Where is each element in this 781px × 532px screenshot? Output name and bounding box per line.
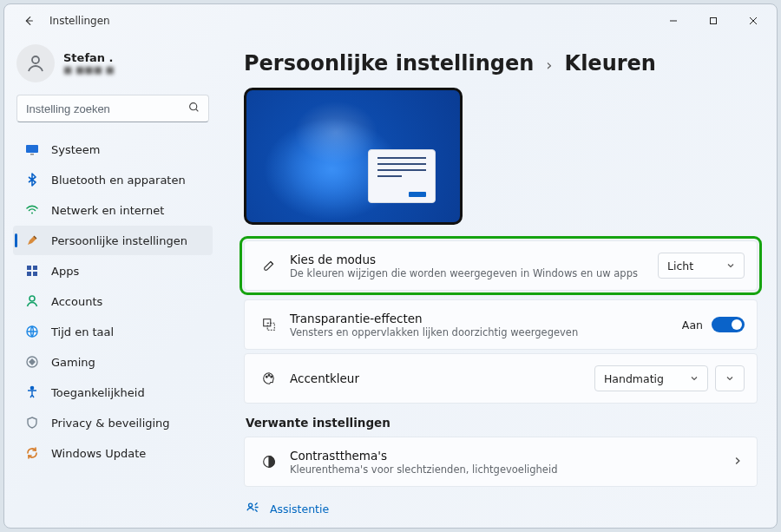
- svg-rect-8: [27, 272, 31, 276]
- page-title: Kleuren: [565, 51, 656, 76]
- chevron-right-icon: ›: [546, 56, 552, 74]
- svg-rect-7: [33, 266, 37, 270]
- help-icon: [246, 501, 259, 516]
- profile-email: ■ ■■■ ■: [63, 64, 115, 76]
- footer-links: Assistentie Feedback geven: [244, 501, 758, 528]
- sidebar-item-label: Accounts: [51, 295, 102, 308]
- search-icon: [188, 102, 200, 115]
- sidebar-item-label: Tijd en taal: [51, 325, 114, 338]
- sidebar-item-bluetooth[interactable]: Bluetooth en apparaten: [13, 165, 213, 194]
- minimize-button[interactable]: [653, 7, 693, 35]
- help-link[interactable]: Assistentie: [246, 501, 758, 516]
- breadcrumb-parent[interactable]: Persoonlijke instellingen: [244, 51, 534, 76]
- accent-color-card[interactable]: Accentkleur Handmatig: [244, 353, 758, 404]
- sidebar-item-label: Privacy & beveiliging: [51, 417, 170, 430]
- contrast-themes-card[interactable]: Contrastthema's Kleurenthema's voor slec…: [244, 437, 758, 487]
- accessibility-icon: [25, 385, 39, 399]
- profile-name: Stefan .: [63, 51, 115, 64]
- window-controls: [653, 7, 773, 35]
- nav-list: Systeem Bluetooth en apparaten Netwerk e…: [13, 135, 213, 468]
- profile-block[interactable]: Stefan . ■ ■■■ ■: [13, 43, 213, 95]
- sidebar-item-network[interactable]: Netwerk en internet: [13, 195, 213, 225]
- svg-rect-4: [30, 154, 34, 155]
- svg-point-13: [30, 386, 33, 389]
- sidebar-item-windows-update[interactable]: Windows Update: [13, 438, 213, 468]
- desktop-preview: [244, 88, 463, 225]
- svg-point-20: [249, 503, 253, 507]
- sidebar-item-label: Windows Update: [51, 447, 146, 460]
- feedback-link[interactable]: Feedback geven: [246, 527, 758, 528]
- window-title: Instellingen: [49, 15, 110, 27]
- sidebar-item-privacy[interactable]: Privacy & beveiliging: [13, 408, 213, 437]
- sidebar-item-time-language[interactable]: Tijd en taal: [13, 317, 213, 346]
- sidebar-item-accessibility[interactable]: Toegankelijkheid: [13, 378, 213, 407]
- sidebar-item-label: Systeem: [51, 143, 100, 156]
- svg-point-5: [31, 213, 33, 214]
- dropdown-value: Licht: [667, 259, 693, 273]
- globe-icon: [25, 325, 39, 338]
- window-preview: [368, 149, 436, 203]
- card-subtitle: Vensters en oppervlakken lijken doorzich…: [290, 326, 682, 338]
- transparency-toggle[interactable]: [712, 317, 745, 332]
- card-title: Accentkleur: [290, 371, 594, 385]
- sidebar-item-label: Toegankelijkheid: [51, 386, 145, 399]
- sidebar-item-label: Apps: [51, 265, 79, 278]
- sidebar-item-gaming[interactable]: Gaming: [13, 347, 213, 377]
- contrast-icon: [257, 454, 281, 470]
- sidebar-item-label: Netwerk en internet: [51, 204, 164, 217]
- card-title: Kies de modus: [290, 253, 658, 266]
- breadcrumb: Persoonlijke instellingen › Kleuren: [244, 51, 758, 76]
- sidebar-item-personalization[interactable]: Persoonlijke instellingen: [13, 226, 213, 255]
- update-icon: [25, 446, 39, 460]
- accent-dropdown[interactable]: Handmatig: [594, 365, 708, 391]
- svg-point-16: [266, 376, 267, 378]
- titlebar: Instellingen: [4, 4, 777, 37]
- gaming-icon: [25, 355, 39, 369]
- svg-point-10: [30, 296, 35, 301]
- sidebar: Stefan . ■ ■■■ ■ Systeem Bluetooth en ap…: [4, 37, 218, 528]
- svg-point-18: [271, 376, 272, 378]
- back-button[interactable]: [13, 5, 44, 36]
- paintbrush-icon: [25, 233, 39, 247]
- system-icon: [25, 142, 39, 156]
- dropdown-value: Handmatig: [604, 372, 664, 385]
- link-label: Assistentie: [270, 502, 329, 516]
- card-subtitle: Kleurenthema's voor slechtzienden, licht…: [290, 463, 732, 476]
- search-input[interactable]: [26, 102, 188, 115]
- svg-point-1: [32, 56, 39, 63]
- brush-icon: [257, 258, 281, 273]
- settings-window: Instellingen Stefan . ■ ■■■ ■: [3, 3, 778, 529]
- card-title: Contrastthema's: [290, 449, 732, 463]
- related-settings-heading: Verwante instellingen: [246, 416, 758, 430]
- account-icon: [25, 294, 39, 308]
- sidebar-item-label: Gaming: [51, 356, 95, 369]
- transparency-card[interactable]: Transparantie-effecten Vensters en opper…: [244, 299, 758, 350]
- svg-rect-0: [711, 18, 717, 24]
- svg-rect-9: [33, 272, 37, 276]
- choose-mode-card[interactable]: Kies de modus De kleuren wijzigen die wo…: [244, 240, 758, 291]
- svg-rect-3: [26, 145, 38, 153]
- feedback-icon: [246, 527, 259, 528]
- bluetooth-icon: [25, 173, 39, 187]
- chevron-down-icon: [726, 259, 735, 273]
- expand-accent-button[interactable]: [715, 365, 745, 391]
- card-title: Transparantie-effecten: [290, 312, 682, 325]
- svg-rect-6: [27, 266, 31, 270]
- toggle-state-label: Aan: [682, 319, 703, 332]
- shield-icon: [25, 416, 39, 430]
- avatar: [16, 44, 55, 82]
- palette-icon: [257, 371, 281, 386]
- sidebar-item-accounts[interactable]: Accounts: [13, 286, 213, 316]
- sidebar-item-system[interactable]: Systeem: [13, 135, 213, 164]
- sidebar-item-label: Bluetooth en apparaten: [51, 174, 186, 187]
- chevron-down-icon: [690, 372, 699, 385]
- chevron-right-icon: [732, 456, 745, 469]
- content-area: Persoonlijke instellingen › Kleuren Kies…: [218, 37, 777, 528]
- maximize-button[interactable]: [693, 7, 733, 35]
- wifi-icon: [25, 203, 39, 217]
- mode-dropdown[interactable]: Licht: [658, 253, 745, 279]
- close-button[interactable]: [733, 7, 773, 35]
- search-input-wrapper[interactable]: [16, 95, 209, 122]
- card-subtitle: De kleuren wijzigen die worden weergegev…: [290, 267, 658, 279]
- sidebar-item-apps[interactable]: Apps: [13, 256, 213, 286]
